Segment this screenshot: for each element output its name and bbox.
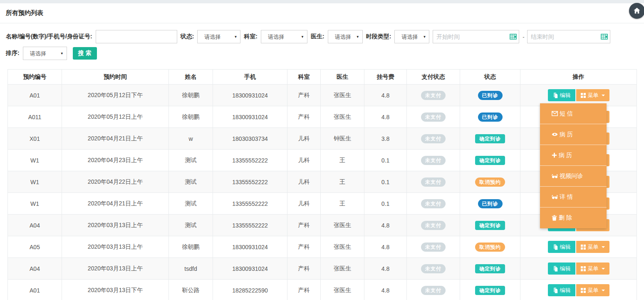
menu-item-video-consult[interactable]: 视频问诊 (540, 166, 607, 187)
doctor-cell: 张医生 (321, 280, 364, 300)
glasses-icon (552, 174, 558, 179)
menu-button[interactable]: 菜单 (576, 262, 609, 275)
appointment-time-cell: 2020年04月21日上午 (62, 128, 169, 150)
doctor-cell: 王 (321, 150, 364, 171)
edit-button-label: 编辑 (560, 265, 571, 272)
status-badge: 确定到诊 (475, 221, 505, 230)
row-actions: 编辑 菜单 (548, 241, 609, 253)
edit-button[interactable]: 编辑 (548, 262, 575, 275)
edit-button-label: 编辑 (560, 92, 571, 99)
menu-item-label: 短 信 (560, 110, 573, 118)
name-cell: 徐朝鹏 (169, 85, 213, 106)
fee-cell: 4.8 (364, 236, 407, 258)
appointment-row: A012020年05月12日下午徐朝鹏18300931024产科张医生4.8未支… (8, 85, 637, 106)
fee-cell: 4.8 (364, 258, 407, 280)
name-cell: 测试 (169, 193, 213, 215)
calendar-icon[interactable] (510, 34, 517, 40)
grid-icon (581, 93, 586, 98)
row-actions: 编辑 菜单 (548, 284, 609, 296)
doctor-cell: 王 (321, 193, 364, 215)
pay-status-badge: 未支付 (421, 156, 446, 165)
appointment-id-cell: A05 (8, 236, 62, 258)
appointment-row: A052020年03月13日上午徐朝鹏18300931024产科张医生4.8未支… (8, 236, 637, 258)
doctor-select[interactable]: 请选择 (328, 30, 362, 43)
start-time-input[interactable] (433, 30, 519, 43)
doctor-cell: 张医生 (321, 85, 364, 106)
col-doctor: 医生 (321, 70, 364, 85)
status-select[interactable]: 请选择 (198, 30, 240, 43)
status-cell: 已到诊 (460, 193, 520, 215)
menu-button[interactable]: 菜单 (576, 89, 609, 101)
department-label: 科室: (244, 33, 258, 40)
col-name: 姓名 (169, 70, 213, 85)
menu-item-view-record[interactable]: 病 历 (540, 124, 607, 145)
pay-status-badge: 未支付 (421, 264, 446, 273)
actions-cell: 编辑 菜单 (520, 85, 637, 106)
keyword-input[interactable] (96, 30, 177, 43)
appointment-time-cell: 2020年03月13日上午 (62, 258, 169, 280)
edit-button[interactable]: 编辑 (548, 241, 575, 253)
plus-icon (552, 152, 557, 158)
sort-select[interactable]: 请选择 (23, 47, 67, 60)
pay-status-badge: 未支付 (421, 286, 446, 295)
menu-button[interactable]: 菜单 (576, 241, 609, 253)
pay-status-cell: 未支付 (407, 128, 460, 150)
fee-cell: 3.8 (364, 128, 407, 150)
menu-item-sms[interactable]: 短 信 (540, 103, 607, 124)
grid-icon (581, 266, 586, 271)
menu-item-label: 视频问诊 (560, 172, 583, 180)
col-appointment-time: 预约时间 (62, 70, 169, 85)
home-button[interactable] (629, 3, 644, 19)
name-cell: 徐朝鹏 (169, 106, 213, 128)
phone-cell: 13355552222 (213, 193, 287, 215)
status-cell: 确定到诊 (460, 258, 520, 280)
appointments-table-head: 预约编号 预约时间 姓名 手机 科室 医生 挂号费 支付状态 状态 操作 (8, 70, 637, 85)
department-cell: 产科 (287, 106, 321, 128)
menu-item-delete[interactable]: 删 除 (540, 208, 607, 228)
appointment-time-cell: 2020年03月13日上午 (62, 236, 169, 258)
phone-cell: 18030303734 (213, 128, 287, 150)
home-icon (634, 8, 640, 14)
row-action-menu: 短 信 病 历 病 历 视频问诊 详 情 (540, 103, 607, 228)
date-range-separator: - (523, 34, 524, 40)
menu-item-details[interactable]: 详 情 (540, 187, 607, 208)
name-cell: 靳公路 (169, 280, 213, 300)
col-fee: 挂号费 (364, 70, 407, 85)
search-button[interactable]: 搜 索 (73, 47, 97, 60)
menu-button-label: 菜单 (588, 287, 599, 294)
trash-icon (552, 215, 557, 221)
actions-cell: 编辑 菜单 (520, 258, 637, 280)
fee-cell: 4.8 (364, 106, 407, 128)
doctor-cell: 张医生 (321, 106, 364, 128)
doctor-cell: 张医生 (321, 258, 364, 280)
appointment-id-cell: A01 (8, 85, 62, 106)
appointment-row: A012020年03月13日下午靳公路18285222590产科张医生4.8未支… (8, 280, 637, 300)
department-select[interactable]: 请选择 (261, 30, 307, 43)
menu-item-label: 详 情 (560, 193, 573, 201)
status-cell: 确定到诊 (460, 280, 520, 300)
sort-label: 排序: (6, 50, 20, 57)
doctor-cell: 王 (321, 171, 364, 193)
end-time-input[interactable] (527, 30, 610, 43)
filter-row-2: 排序: 请选择 ▼ 搜 索 (6, 47, 638, 60)
envelope-icon (552, 111, 558, 116)
edit-button[interactable]: 编辑 (548, 89, 575, 101)
menu-button-label: 菜单 (588, 265, 599, 272)
grid-icon (581, 288, 586, 293)
page-title: 所有预约列表 (6, 9, 43, 17)
menu-item-add-record[interactable]: 病 历 (540, 145, 607, 166)
menu-button[interactable]: 菜单 (576, 284, 609, 296)
phone-cell: 18300931024 (213, 258, 287, 280)
eye-icon (552, 132, 558, 137)
appointment-id-cell: W1 (8, 193, 62, 215)
edit-button[interactable]: 编辑 (548, 284, 575, 296)
period-type-select[interactable]: 请选择 (395, 30, 429, 43)
copy-icon (552, 288, 558, 293)
appointment-id-cell: A011 (8, 106, 62, 128)
keyword-label: 名称/编号(数字)/手机号/身份证号: (6, 33, 92, 40)
department-cell: 产科 (287, 215, 321, 236)
appointment-time-cell: 2020年04月22日上午 (62, 171, 169, 193)
phone-cell: 18300931024 (213, 236, 287, 258)
calendar-icon[interactable] (601, 34, 608, 40)
pay-status-cell: 未支付 (407, 258, 460, 280)
